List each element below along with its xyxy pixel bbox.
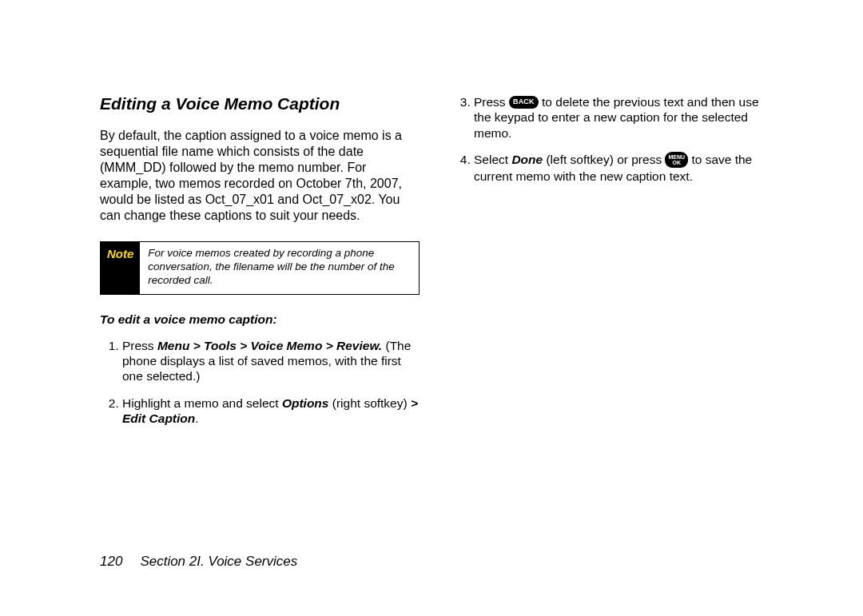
note-label: Note <box>101 242 140 294</box>
step-1-menu-path: Menu > Tools > Voice Memo > Review. <box>157 339 382 352</box>
left-column: Editing a Voice Memo Caption By default,… <box>100 94 420 438</box>
right-column: Press BACK to delete the previous text a… <box>451 94 771 438</box>
step-3-lead: Press <box>474 95 509 109</box>
step-1-lead: Press <box>122 339 157 352</box>
step-4-done: Done <box>511 153 543 166</box>
two-column-layout: Editing a Voice Memo Caption By default,… <box>100 94 775 438</box>
page-heading: Editing a Voice Memo Caption <box>100 94 420 113</box>
back-key-icon: BACK <box>509 96 539 108</box>
step-2-options: Options <box>282 396 329 410</box>
steps-list-right: Press BACK to delete the previous text a… <box>451 94 771 184</box>
step-2-mid: (right softkey) <box>328 396 411 410</box>
step-3: Press BACK to delete the previous text a… <box>474 94 771 141</box>
page-number: 120 <box>100 554 122 569</box>
intro-paragraph: By default, the caption assigned to a vo… <box>100 128 420 224</box>
steps-list-left: Press Menu > Tools > Voice Memo > Review… <box>100 338 420 427</box>
step-4-mid: (left softkey) or press <box>543 153 665 166</box>
step-4-lead: Select <box>474 153 511 166</box>
step-2-lead: Highlight a memo and select <box>122 396 282 410</box>
menu-key-text: MENU <box>668 154 685 160</box>
step-1: Press Menu > Tools > Voice Memo > Review… <box>122 338 420 384</box>
note-box: Note For voice memos created by recordin… <box>100 241 420 295</box>
procedure-heading: To edit a voice memo caption: <box>100 312 420 327</box>
page-footer: 120Section 2I. Voice Services <box>100 554 297 570</box>
step-2: Highlight a memo and select Options (rig… <box>122 395 420 427</box>
step-4: Select Done (left softkey) or press MENU… <box>474 152 771 184</box>
ok-key-text: OK <box>673 160 682 165</box>
section-label: Section 2I. Voice Services <box>140 554 297 569</box>
note-text: For voice memos created by recording a p… <box>140 242 419 294</box>
menu-ok-key-icon: MENU OK <box>665 152 688 168</box>
step-2-tail: . <box>195 411 198 425</box>
document-page: Editing a Voice Memo Caption By default,… <box>0 0 863 616</box>
